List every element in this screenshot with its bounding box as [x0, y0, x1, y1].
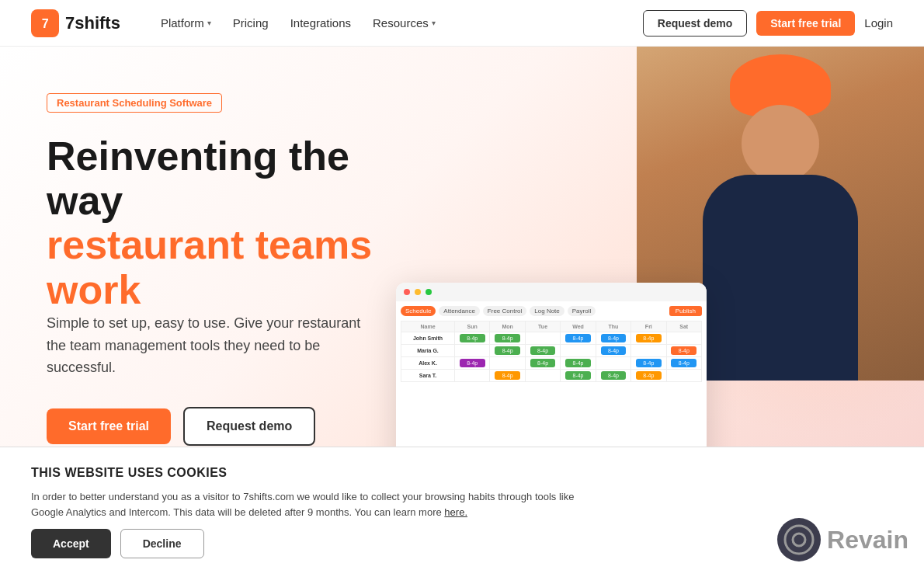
table-row: Maria G.8-4p8-4p8-4p8-4p — [401, 345, 702, 357]
employee-name: Sara T. — [401, 370, 455, 382]
dash-pill-payroll: Payroll — [568, 306, 596, 316]
shift-cell: 8-4p — [666, 357, 701, 370]
shift-cell — [666, 370, 701, 382]
hero-section: Restaurant Scheduling Software Reinventi… — [0, 47, 924, 500]
shift-cell — [525, 370, 560, 382]
cookie-title: THIS WEBSITE USES COOKIES — [31, 466, 893, 480]
shift-cell: 8-4p — [490, 370, 525, 382]
hero-visual: Schedule Attendance Free Control Log Not… — [419, 47, 924, 500]
chevron-down-icon: ▾ — [432, 19, 436, 27]
request-demo-hero-button[interactable]: Request demo — [183, 407, 315, 446]
nav-item-pricing[interactable]: Pricing — [224, 10, 278, 36]
shift-cell: 8-4p — [596, 332, 630, 345]
hero-title-line1: Reinventing the way restaurant teams wor… — [47, 134, 388, 312]
nav-item-platform[interactable]: Platform ▾ — [151, 10, 221, 36]
shift-cell — [631, 345, 666, 357]
table-row: Sara T.8-4p8-4p8-4p8-4p — [401, 370, 702, 382]
start-free-trial-hero-button[interactable]: Start free trial — [47, 408, 171, 444]
dash-pill-lognote: Log Note — [530, 306, 564, 316]
employee-name: Maria G. — [401, 345, 455, 357]
shift-cell — [596, 357, 630, 370]
navbar: 7 7shifts Platform ▾ Pricing Integration… — [0, 0, 924, 47]
cookie-banner: THIS WEBSITE USES COOKIES In order to be… — [0, 447, 924, 500]
shift-cell: 8-4p — [631, 332, 666, 345]
dot-green — [426, 289, 432, 295]
shift-cell: 8-4p — [561, 370, 596, 382]
nav-item-integrations[interactable]: Integrations — [281, 10, 360, 36]
shift-cell — [490, 357, 525, 370]
shift-cell: 8-4p — [561, 332, 596, 345]
dot-red — [404, 289, 410, 295]
col-header-fri: Fri — [631, 322, 666, 332]
shift-cell: 8-4p — [561, 357, 596, 370]
table-row: Alex K.8-4p8-4p8-4p8-4p8-4p — [401, 357, 702, 370]
dash-content: Schedule Attendance Free Control Log Not… — [396, 301, 707, 387]
dash-pill-freecontrol: Free Control — [483, 306, 526, 316]
nav-links: Platform ▾ Pricing Integrations Resource… — [151, 10, 643, 36]
shift-cell — [561, 345, 596, 357]
shift-cell — [666, 332, 701, 345]
shift-cell: 8-4p — [525, 357, 560, 370]
shift-cell: 8-4p — [666, 345, 701, 357]
dash-nav-row: Schedule Attendance Free Control Log Not… — [401, 306, 702, 316]
logo[interactable]: 7 7shifts — [31, 9, 120, 37]
table-row: John Smith8-4p8-4p8-4p8-4p8-4p — [401, 332, 702, 345]
logo-icon: 7 — [31, 9, 59, 37]
request-demo-button[interactable]: Request demo — [643, 10, 747, 36]
dash-pill-schedule: Schedule — [401, 306, 436, 316]
employee-name: Alex K. — [401, 357, 455, 370]
nav-actions: Request demo Start free trial Login — [643, 10, 893, 36]
col-header-name: Name — [401, 322, 455, 332]
col-header-wed: Wed — [561, 322, 596, 332]
hero-cta-buttons: Start free trial Request demo — [47, 407, 388, 446]
col-header-sat: Sat — [666, 322, 701, 332]
col-header-tue: Tue — [525, 322, 560, 332]
login-button[interactable]: Login — [864, 16, 893, 30]
col-header-thu: Thu — [596, 322, 630, 332]
shift-cell: 8-4p — [631, 357, 666, 370]
employee-name: John Smith — [401, 332, 455, 345]
shift-cell: 8-4p — [490, 345, 525, 357]
shift-cell: 8-4p — [490, 332, 525, 345]
shift-cell: 8-4p — [455, 332, 490, 345]
schedule-table: Name Sun Mon Tue Wed Thu Fri Sat John Sm… — [401, 321, 702, 382]
dash-publish-btn: Publish — [669, 306, 702, 316]
dash-pill-attendance: Attendance — [439, 306, 479, 316]
cookie-text: In order to better understand you as a v… — [31, 489, 575, 500]
dash-titlebar — [396, 283, 707, 301]
col-header-mon: Mon — [490, 322, 525, 332]
shift-cell: 8-4p — [455, 357, 490, 370]
shift-cell: 8-4p — [631, 370, 666, 382]
nav-item-resources[interactable]: Resources ▾ — [363, 10, 445, 36]
hero-badge: Restaurant Scheduling Software — [47, 93, 222, 113]
shift-cell: 8-4p — [596, 345, 630, 357]
shift-cell: 8-4p — [596, 370, 630, 382]
start-free-trial-nav-button[interactable]: Start free trial — [756, 11, 855, 36]
shift-cell — [455, 370, 490, 382]
logo-text: 7shifts — [65, 13, 120, 33]
shift-cell: 8-4p — [525, 345, 560, 357]
dot-yellow — [415, 289, 421, 295]
chevron-down-icon: ▾ — [207, 19, 211, 27]
hero-subtitle: Simple to set up, easy to use. Give your… — [47, 312, 373, 379]
shift-cell — [525, 332, 560, 345]
shift-cell — [455, 345, 490, 357]
hero-content: Restaurant Scheduling Software Reinventi… — [0, 47, 419, 500]
svg-text:7: 7 — [42, 17, 49, 30]
col-header-sun: Sun — [455, 322, 490, 332]
